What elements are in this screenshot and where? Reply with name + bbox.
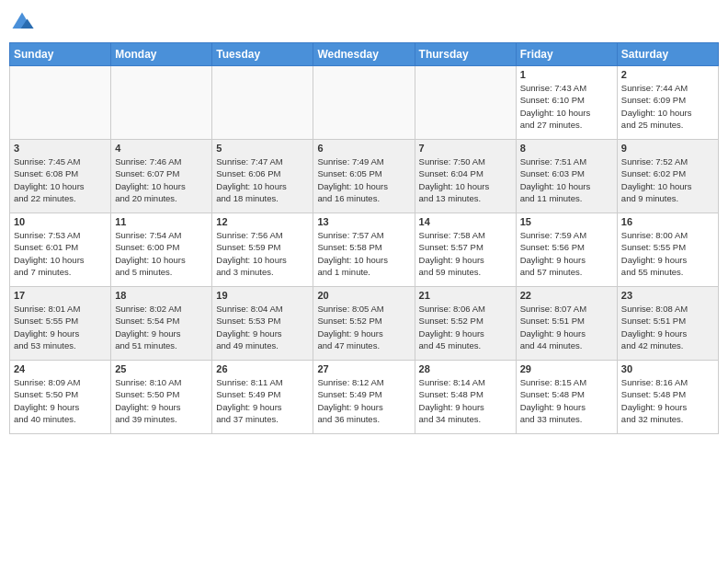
calendar-cell (111, 66, 212, 140)
day-number: 19 (216, 290, 309, 301)
calendar-cell: 27Sunrise: 8:12 AM Sunset: 5:49 PM Dayli… (313, 361, 415, 434)
day-info: Sunrise: 8:04 AM Sunset: 5:53 PM Dayligh… (216, 303, 309, 351)
day-info: Sunrise: 8:06 AM Sunset: 5:52 PM Dayligh… (419, 303, 512, 351)
day-number: 23 (621, 290, 714, 301)
day-number: 18 (115, 290, 208, 301)
day-number: 10 (14, 216, 107, 227)
calendar-table: SundayMondayTuesdayWednesdayThursdayFrid… (9, 42, 719, 434)
day-number: 7 (419, 143, 512, 154)
calendar-week-3: 17Sunrise: 8:01 AM Sunset: 5:55 PM Dayli… (10, 287, 719, 361)
calendar-cell (313, 66, 415, 140)
logo-icon (9, 9, 35, 35)
logo (9, 9, 39, 35)
day-info: Sunrise: 7:43 AM Sunset: 6:10 PM Dayligh… (520, 82, 613, 131)
day-info: Sunrise: 7:54 AM Sunset: 6:00 PM Dayligh… (115, 229, 208, 278)
day-number: 28 (419, 363, 512, 374)
calendar-cell: 12Sunrise: 7:56 AM Sunset: 5:59 PM Dayli… (212, 213, 313, 287)
calendar-cell: 18Sunrise: 8:02 AM Sunset: 5:54 PM Dayli… (111, 287, 212, 361)
day-info: Sunrise: 7:57 AM Sunset: 5:58 PM Dayligh… (317, 229, 410, 278)
calendar-cell: 20Sunrise: 8:05 AM Sunset: 5:52 PM Dayli… (313, 287, 415, 361)
calendar-cell: 13Sunrise: 7:57 AM Sunset: 5:58 PM Dayli… (313, 213, 415, 287)
day-info: Sunrise: 7:53 AM Sunset: 6:01 PM Dayligh… (14, 229, 107, 278)
day-info: Sunrise: 7:56 AM Sunset: 5:59 PM Dayligh… (216, 229, 309, 278)
day-number: 22 (520, 290, 613, 301)
calendar-cell: 22Sunrise: 8:07 AM Sunset: 5:51 PM Dayli… (516, 287, 617, 361)
day-info: Sunrise: 7:49 AM Sunset: 6:05 PM Dayligh… (317, 155, 410, 204)
calendar-cell: 4Sunrise: 7:46 AM Sunset: 6:07 PM Daylig… (111, 140, 212, 213)
calendar-cell: 25Sunrise: 8:10 AM Sunset: 5:50 PM Dayli… (111, 361, 212, 434)
day-number: 30 (621, 363, 714, 374)
day-number: 12 (216, 216, 309, 227)
weekday-header-saturday: Saturday (617, 43, 718, 66)
day-number: 21 (419, 290, 512, 301)
calendar-cell: 30Sunrise: 8:16 AM Sunset: 5:48 PM Dayli… (617, 361, 718, 434)
day-number: 24 (14, 363, 107, 374)
calendar-cell: 15Sunrise: 7:59 AM Sunset: 5:56 PM Dayli… (516, 213, 617, 287)
weekday-header-row: SundayMondayTuesdayWednesdayThursdayFrid… (10, 43, 719, 66)
day-info: Sunrise: 8:00 AM Sunset: 5:55 PM Dayligh… (621, 229, 714, 278)
day-number: 8 (520, 143, 613, 154)
day-number: 1 (520, 69, 613, 80)
day-number: 11 (115, 216, 208, 227)
day-number: 13 (317, 216, 410, 227)
calendar-cell: 5Sunrise: 7:47 AM Sunset: 6:06 PM Daylig… (212, 140, 313, 213)
calendar-week-0: 1Sunrise: 7:43 AM Sunset: 6:10 PM Daylig… (10, 66, 719, 140)
day-info: Sunrise: 8:11 AM Sunset: 5:49 PM Dayligh… (216, 376, 309, 425)
day-number: 14 (419, 216, 512, 227)
day-number: 3 (14, 143, 107, 154)
calendar-cell (212, 66, 313, 140)
calendar-cell: 8Sunrise: 7:51 AM Sunset: 6:03 PM Daylig… (516, 140, 617, 213)
day-number: 5 (216, 143, 309, 154)
day-info: Sunrise: 7:44 AM Sunset: 6:09 PM Dayligh… (621, 82, 714, 131)
day-number: 16 (621, 216, 714, 227)
day-info: Sunrise: 7:52 AM Sunset: 6:02 PM Dayligh… (621, 155, 714, 204)
calendar-cell: 16Sunrise: 8:00 AM Sunset: 5:55 PM Dayli… (617, 213, 718, 287)
calendar-cell: 28Sunrise: 8:14 AM Sunset: 5:48 PM Dayli… (415, 361, 516, 434)
weekday-header-wednesday: Wednesday (313, 43, 415, 66)
day-info: Sunrise: 8:16 AM Sunset: 5:48 PM Dayligh… (621, 376, 714, 425)
day-number: 29 (520, 363, 613, 374)
calendar-week-2: 10Sunrise: 7:53 AM Sunset: 6:01 PM Dayli… (10, 213, 719, 287)
calendar-cell: 7Sunrise: 7:50 AM Sunset: 6:04 PM Daylig… (415, 140, 516, 213)
calendar-cell: 17Sunrise: 8:01 AM Sunset: 5:55 PM Dayli… (10, 287, 111, 361)
day-number: 15 (520, 216, 613, 227)
calendar-cell: 11Sunrise: 7:54 AM Sunset: 6:00 PM Dayli… (111, 213, 212, 287)
day-info: Sunrise: 7:45 AM Sunset: 6:08 PM Dayligh… (14, 155, 107, 204)
day-number: 26 (216, 363, 309, 374)
calendar-week-4: 24Sunrise: 8:09 AM Sunset: 5:50 PM Dayli… (10, 361, 719, 434)
day-number: 20 (317, 290, 410, 301)
calendar-week-1: 3Sunrise: 7:45 AM Sunset: 6:08 PM Daylig… (10, 140, 719, 213)
calendar-cell: 23Sunrise: 8:08 AM Sunset: 5:51 PM Dayli… (617, 287, 718, 361)
calendar-cell: 3Sunrise: 7:45 AM Sunset: 6:08 PM Daylig… (10, 140, 111, 213)
day-info: Sunrise: 8:14 AM Sunset: 5:48 PM Dayligh… (419, 376, 512, 425)
day-number: 27 (317, 363, 410, 374)
calendar-cell: 10Sunrise: 7:53 AM Sunset: 6:01 PM Dayli… (10, 213, 111, 287)
calendar-body: 1Sunrise: 7:43 AM Sunset: 6:10 PM Daylig… (10, 66, 719, 434)
calendar-cell: 2Sunrise: 7:44 AM Sunset: 6:09 PM Daylig… (617, 66, 718, 140)
day-number: 25 (115, 363, 208, 374)
day-number: 17 (14, 290, 107, 301)
calendar-cell: 6Sunrise: 7:49 AM Sunset: 6:05 PM Daylig… (313, 140, 415, 213)
calendar-cell (415, 66, 516, 140)
weekday-header-friday: Friday (516, 43, 617, 66)
calendar-cell: 26Sunrise: 8:11 AM Sunset: 5:49 PM Dayli… (212, 361, 313, 434)
day-info: Sunrise: 8:09 AM Sunset: 5:50 PM Dayligh… (14, 376, 107, 425)
day-info: Sunrise: 8:05 AM Sunset: 5:52 PM Dayligh… (317, 303, 410, 351)
day-info: Sunrise: 8:08 AM Sunset: 5:51 PM Dayligh… (621, 303, 714, 351)
calendar-cell: 24Sunrise: 8:09 AM Sunset: 5:50 PM Dayli… (10, 361, 111, 434)
day-number: 2 (621, 69, 714, 80)
day-number: 6 (317, 143, 410, 154)
day-info: Sunrise: 8:15 AM Sunset: 5:48 PM Dayligh… (520, 376, 613, 425)
calendar-cell: 14Sunrise: 7:58 AM Sunset: 5:57 PM Dayli… (415, 213, 516, 287)
day-info: Sunrise: 7:47 AM Sunset: 6:06 PM Dayligh… (216, 155, 309, 204)
day-info: Sunrise: 8:02 AM Sunset: 5:54 PM Dayligh… (115, 303, 208, 351)
day-info: Sunrise: 8:01 AM Sunset: 5:55 PM Dayligh… (14, 303, 107, 351)
day-info: Sunrise: 7:59 AM Sunset: 5:56 PM Dayligh… (520, 229, 613, 278)
day-info: Sunrise: 8:10 AM Sunset: 5:50 PM Dayligh… (115, 376, 208, 425)
weekday-header-thursday: Thursday (415, 43, 516, 66)
calendar-cell: 21Sunrise: 8:06 AM Sunset: 5:52 PM Dayli… (415, 287, 516, 361)
day-info: Sunrise: 8:12 AM Sunset: 5:49 PM Dayligh… (317, 376, 410, 425)
calendar-cell: 1Sunrise: 7:43 AM Sunset: 6:10 PM Daylig… (516, 66, 617, 140)
day-info: Sunrise: 7:58 AM Sunset: 5:57 PM Dayligh… (419, 229, 512, 278)
calendar-cell (10, 66, 111, 140)
